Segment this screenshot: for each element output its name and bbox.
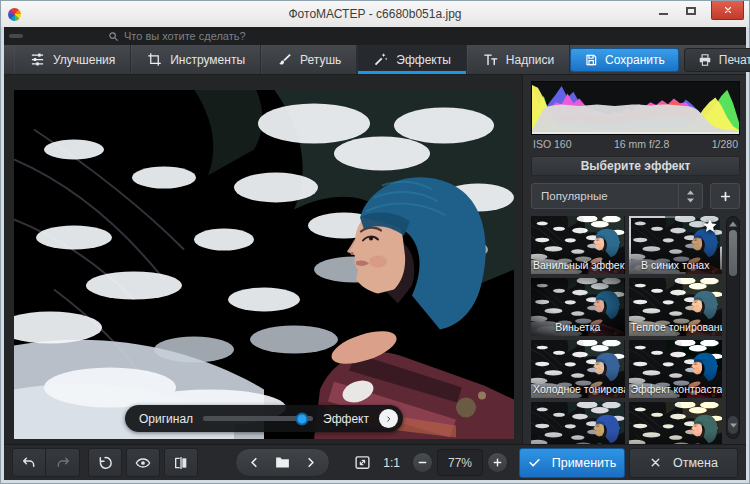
history-buttons xyxy=(12,448,80,477)
scroll-up-icon[interactable] xyxy=(729,221,737,227)
menu-item[interactable] xyxy=(69,34,83,38)
effect-tile[interactable]: Виньетка xyxy=(531,278,625,336)
exif-info: ISO 160 16 mm f/2.8 1/280 xyxy=(531,135,740,151)
tab[interactable]: Эффекты xyxy=(357,45,467,74)
zoom-out-button[interactable] xyxy=(412,452,433,473)
open-folder-button[interactable] xyxy=(274,454,291,471)
chevron-left-icon xyxy=(248,456,261,469)
scroll-down-button[interactable] xyxy=(728,416,738,434)
add-effect-button[interactable] xyxy=(710,183,740,209)
menu-item[interactable] xyxy=(84,34,98,38)
zoom-in-button[interactable] xyxy=(487,452,508,473)
reset-button[interactable] xyxy=(88,448,122,477)
app-body: Что вы хотите сделать? Улучшения Инструм… xyxy=(4,27,746,480)
effect-label: Виньетка xyxy=(531,307,625,336)
original-label: Оригинал xyxy=(139,412,193,426)
photo: Оригинал Эффект xyxy=(14,90,514,439)
effect-tile[interactable]: Синее небо xyxy=(531,402,625,444)
chevron-right-icon xyxy=(385,414,392,424)
effect-tile[interactable]: Теплое тонирование xyxy=(629,278,723,336)
header-actions: Сохранить Печать xyxy=(570,45,750,74)
next-photo-button[interactable] xyxy=(304,456,317,469)
caret-up-icon xyxy=(687,190,694,195)
histogram-plot xyxy=(532,82,739,134)
quick-search[interactable]: Что вы хотите сделать? xyxy=(108,30,246,42)
zoom-controls: 1:1 77% Применить Отмена xyxy=(354,448,738,478)
zoom-level: 77% xyxy=(437,449,483,476)
scrollbar-thumb[interactable] xyxy=(729,230,737,276)
app-logo-icon xyxy=(8,8,21,21)
photo-canvas: Оригинал Эффект xyxy=(4,75,522,444)
effects-scrollbar[interactable] xyxy=(726,216,740,439)
undo-button[interactable] xyxy=(12,448,46,477)
select-spinner[interactable] xyxy=(678,184,702,208)
cancel-button[interactable]: Отмена xyxy=(629,448,738,478)
prev-photo-button[interactable] xyxy=(248,456,261,469)
tab-bar: Улучшения Инструменты Ретушь Эффекты Над… xyxy=(4,45,746,75)
menu-item[interactable] xyxy=(39,34,53,38)
effect-tile[interactable]: В синих тонах xyxy=(629,216,723,274)
print-button[interactable]: Печать xyxy=(684,48,750,72)
tab[interactable]: Инструменты xyxy=(131,45,261,74)
scroll-down-icon xyxy=(730,423,737,428)
effect-label: Холодное тонирование xyxy=(531,369,625,398)
category-value: Популярные xyxy=(541,190,608,202)
actual-size-button[interactable]: 1:1 xyxy=(383,456,400,470)
compare-slider-knob[interactable] xyxy=(296,412,309,425)
plus-icon xyxy=(492,457,503,468)
menu-item[interactable] xyxy=(24,34,38,38)
effects-list: Ванильный эффект В синих тонах Винье xyxy=(531,216,740,444)
effect-label: Эффект xyxy=(323,412,369,426)
window-title: ФотоМАСТЕР - c6680b051a.jpg xyxy=(1,7,749,21)
sliders-icon xyxy=(30,52,45,67)
compare-slider: Оригинал Эффект xyxy=(125,405,403,432)
expand-compare-button[interactable] xyxy=(379,409,398,428)
x-icon xyxy=(649,456,662,469)
maximize-button[interactable] xyxy=(677,1,704,20)
effect-label: В синих тонах xyxy=(629,245,723,274)
effect-tile[interactable]: Ванильный эффект xyxy=(531,216,625,274)
undo-icon xyxy=(21,455,37,471)
compare-track[interactable] xyxy=(203,416,313,421)
minus-icon xyxy=(417,457,428,468)
save-button[interactable]: Сохранить xyxy=(570,48,679,72)
chevron-right-icon xyxy=(304,456,317,469)
effect-tile[interactable]: Эффект контраста xyxy=(629,340,723,398)
favorite-star-icon xyxy=(702,218,718,234)
caret-down-icon xyxy=(687,198,694,203)
redo-button[interactable] xyxy=(46,448,80,477)
close-button[interactable] xyxy=(711,1,744,20)
shutter-value: 1/280 xyxy=(712,138,738,150)
photo-navigator xyxy=(235,448,330,477)
menu-item[interactable] xyxy=(54,34,68,38)
fit-screen-button[interactable] xyxy=(354,454,371,471)
text-icon xyxy=(483,52,498,67)
lens-value: 16 mm f/2.8 xyxy=(614,138,669,150)
eye-icon xyxy=(135,455,151,471)
menu-item[interactable] xyxy=(9,34,23,38)
effect-label: Эффект контраста xyxy=(629,369,723,398)
tab[interactable]: Ретушь xyxy=(261,45,357,74)
effect-tile[interactable]: Осенний эффект xyxy=(629,402,723,444)
effect-label: Синее небо xyxy=(531,431,625,444)
tab[interactable]: Надписи xyxy=(467,45,570,74)
tab[interactable]: Улучшения xyxy=(14,45,131,74)
effects-panel-title: Выберите эффект xyxy=(531,156,740,176)
search-icon xyxy=(108,31,119,42)
reset-icon xyxy=(97,455,113,471)
preview-original-button[interactable] xyxy=(126,448,160,477)
redo-icon xyxy=(55,455,71,471)
category-row: Популярные xyxy=(531,183,740,209)
before-after-button[interactable] xyxy=(164,448,198,477)
status-bar: 1:1 77% Применить Отмена xyxy=(4,444,746,480)
photo-image xyxy=(14,90,514,439)
app-window: ФотоМАСТЕР - c6680b051a.jpg Что вы хотит… xyxy=(0,0,750,484)
category-select[interactable]: Популярные xyxy=(531,183,703,209)
minimize-button[interactable] xyxy=(650,1,677,20)
crop-icon xyxy=(147,52,162,67)
minimize-icon xyxy=(659,13,668,15)
titlebar[interactable]: ФотоМАСТЕР - c6680b051a.jpg xyxy=(1,1,749,27)
effect-tile[interactable]: Холодное тонирование xyxy=(531,340,625,398)
apply-button[interactable]: Применить xyxy=(519,448,625,478)
main-content: Оригинал Эффект ISO 160 xyxy=(4,75,746,444)
